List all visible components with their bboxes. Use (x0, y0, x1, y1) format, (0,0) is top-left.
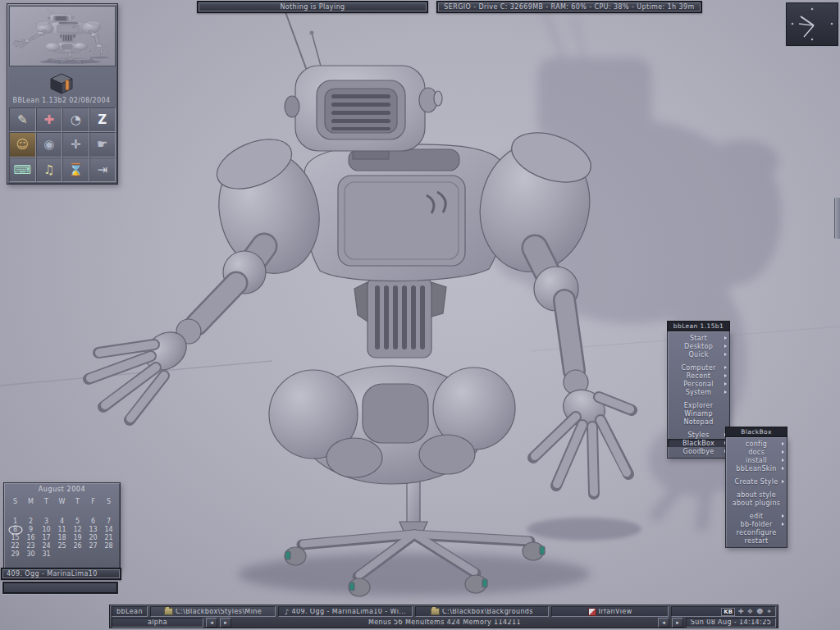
control-icon[interactable]: ☛ (89, 132, 116, 157)
calendar-day[interactable]: 4 (54, 518, 70, 526)
calendar-day[interactable]: 18 (54, 534, 70, 542)
calendar-day[interactable]: 10 (39, 526, 54, 534)
task-winamp[interactable]: ♪ 409. Ogg - MarinaLima10 - Wi... (278, 606, 413, 617)
box-icon[interactable] (49, 72, 74, 95)
menu-item-blackbox[interactable]: BlackBox (668, 439, 729, 447)
calendar-day[interactable]: 2 (23, 518, 39, 526)
calendar-day[interactable]: 20 (85, 534, 101, 542)
menu-item-create-style[interactable]: Create Style (726, 477, 787, 486)
calendar-day[interactable]: 24 (39, 542, 54, 550)
menu-item-edit[interactable]: edit (726, 512, 787, 520)
tray-icon-2[interactable]: ❖ (747, 609, 753, 615)
now-playing-bar[interactable]: Nothing is Playing (197, 1, 428, 13)
calendar-day-today[interactable]: 8 (7, 526, 23, 534)
calendar-day[interactable]: 6 (85, 518, 101, 526)
toolbox-icon[interactable]: ✛ (62, 132, 89, 157)
menu-item-bb-folder[interactable]: bb-folder (726, 520, 787, 528)
analog-clock-widget[interactable] (785, 2, 839, 47)
calendar-day[interactable]: 31 (39, 550, 54, 559)
clock-face (786, 2, 838, 46)
menu-item-about-plugins[interactable]: about plugins (726, 499, 787, 507)
calendar-day[interactable]: 28 (101, 542, 116, 550)
menu-item-restart[interactable]: restart (726, 536, 787, 545)
clock-prev-button[interactable]: ◂ (658, 618, 669, 628)
winamp-track-text: 409. Ogg - MarinaLima10 (7, 571, 98, 578)
calendar-widget: August 2004 SMTWTFS 1 2 3 4 5 6 7 8 9 10… (3, 482, 121, 569)
sleep-icon[interactable]: Z (89, 107, 116, 132)
menu-item-reconfigure[interactable]: reconfigure (726, 528, 787, 536)
calendar-day[interactable]: 5 (70, 518, 85, 526)
media-icon[interactable]: ♫ (36, 158, 63, 182)
calendar-day[interactable]: 21 (101, 534, 116, 542)
submenu-arrow-icon (724, 366, 727, 369)
calendar-day[interactable]: 22 (7, 542, 23, 550)
calendar-day[interactable]: 15 (7, 534, 23, 542)
calendar-day[interactable]: 13 (85, 526, 101, 534)
menu-item-goodbye[interactable]: Goodbye (668, 447, 729, 455)
menu-item-install[interactable]: install (726, 456, 787, 464)
submenu-arrow-icon (782, 514, 784, 518)
calendar-day[interactable]: 1 (7, 518, 23, 526)
clock-next-button[interactable]: ▸ (672, 618, 683, 628)
exit-icon[interactable]: ⇥ (89, 158, 116, 182)
workspace-next-button[interactable]: ▸ (220, 618, 231, 628)
menu-item-bbleanskin[interactable]: bbLeanSkin (726, 464, 787, 472)
calendar-day[interactable]: 12 (70, 526, 85, 534)
calendar-day[interactable]: 19 (70, 534, 85, 542)
slit-handle[interactable] (834, 198, 840, 239)
debug-info: Menus 56 MenuItems 424 Memory 114211 (234, 618, 655, 628)
notes-icon[interactable]: ✎ (9, 107, 36, 132)
hourglass-icon[interactable]: ⌛ (62, 158, 89, 182)
menu-item-quick[interactable]: Quick (668, 350, 729, 358)
keyboard-layout-indicator[interactable]: KB (721, 608, 735, 616)
menu-item-personal[interactable]: Personal (668, 380, 729, 388)
calendar-day[interactable]: 14 (101, 526, 116, 534)
calendar-day[interactable]: 27 (85, 542, 101, 550)
calendar-day[interactable]: 3 (39, 518, 54, 526)
calendar-day[interactable]: 16 (23, 534, 39, 542)
calendar-weekday-header: SMTWTFS (7, 498, 116, 505)
workspace-label[interactable]: alpha (112, 618, 203, 628)
menu-item-desktop[interactable]: Desktop (668, 342, 729, 350)
taskbar-clock[interactable]: Sun 08 Aug - 14:14:25 (686, 618, 776, 628)
menu-item-config[interactable]: config (726, 440, 787, 448)
submenu-arrow-icon (782, 467, 784, 470)
tray-icon-4[interactable]: ✦ (766, 609, 772, 615)
workspace-prev-button[interactable]: ◂ (206, 618, 217, 628)
firstaid-icon[interactable]: ✚ (36, 107, 63, 132)
submenu-arrow-icon (782, 442, 784, 445)
menu-item-docs[interactable]: docs (726, 448, 787, 456)
menu-item-explorer[interactable]: Explorer (668, 401, 729, 409)
tray-icon-1[interactable]: ✚ (738, 609, 744, 615)
calendar-day[interactable]: 11 (54, 526, 70, 534)
menu-item-about-style[interactable]: about style (726, 491, 787, 499)
calendar-day[interactable]: 7 (101, 518, 116, 526)
robot-thumbnail (9, 6, 116, 66)
menu-item-computer[interactable]: Computer (668, 363, 729, 372)
task-explorer-backgrounds[interactable]: C:\Blackbox\Backgrounds (415, 606, 550, 617)
calendar-day[interactable]: 9 (23, 526, 39, 534)
terminal-icon[interactable]: ⌨ (9, 158, 36, 182)
winamp-progress-bar[interactable] (2, 581, 119, 595)
calendar-day[interactable]: 30 (23, 550, 39, 559)
picture-icon[interactable]: ☺ (9, 132, 36, 157)
menu-item-winamp[interactable]: Winamp (668, 409, 729, 418)
menu-item-start[interactable]: Start (668, 334, 729, 342)
task-irfanview[interactable]: IrfanView (551, 606, 669, 617)
gauge-icon[interactable]: ◔ (62, 107, 89, 132)
screenshot-icon[interactable]: ◉ (36, 132, 63, 157)
start-button[interactable]: bbLean (112, 606, 148, 617)
tray-icon-3[interactable]: ☻ (756, 609, 763, 615)
calendar-day[interactable]: 29 (7, 550, 23, 559)
task-explorer-styles[interactable]: C:\Blackbox\Styles\Mine (150, 606, 276, 617)
calendar-day[interactable]: 26 (70, 542, 85, 550)
calendar-day[interactable]: 23 (23, 542, 39, 550)
menu-item-styles[interactable]: Styles (668, 431, 729, 439)
menu-item-recent[interactable]: Recent (668, 372, 729, 380)
menu-item-system[interactable]: System (668, 388, 729, 396)
taskbar: bbLean C:\Blackbox\Styles\Mine ♪ 409. Og… (109, 605, 778, 628)
winamp-track-bar[interactable]: 409. Ogg - MarinaLima10 (1, 568, 121, 580)
calendar-day[interactable]: 17 (39, 534, 54, 542)
menu-item-notepad[interactable]: Notepad (668, 418, 729, 426)
calendar-day[interactable]: 25 (54, 542, 70, 550)
